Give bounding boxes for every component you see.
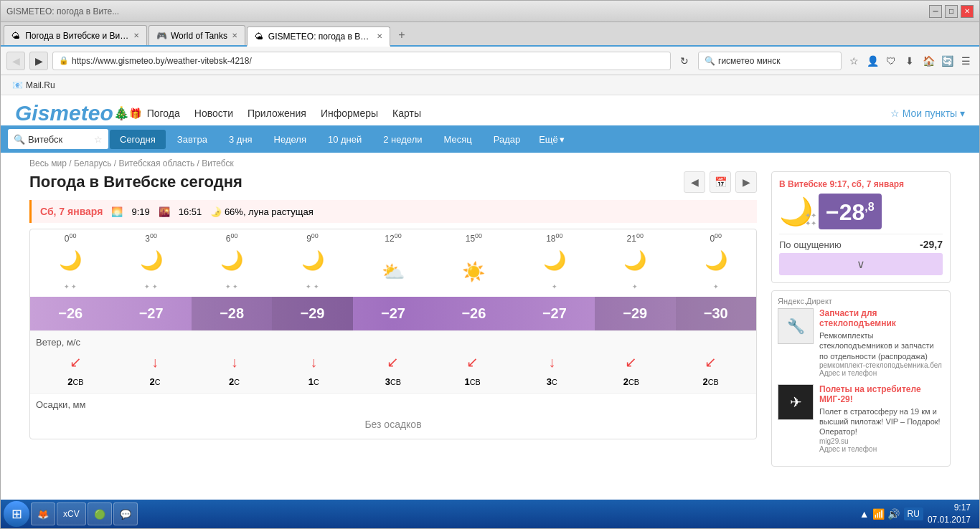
minimize-button[interactable]: ─ <box>929 5 942 18</box>
address-bar: ◀ ▶ 🔒 https://www.gismeteo.by/weather-vi… <box>1 47 979 75</box>
nav-tab-tomorrow[interactable]: Завтра <box>167 130 217 149</box>
main-scroll[interactable]: Весь мир / Беларусь / Витебская область … <box>1 153 979 500</box>
wind-0b: 2СВ <box>671 373 750 390</box>
time-21: 2100 <box>595 229 675 247</box>
nav-tab-3days[interactable]: 3 дня <box>219 130 263 149</box>
wind-arrow-15: ↙ <box>433 351 512 373</box>
breadcrumb-country[interactable]: Беларусь <box>74 158 111 168</box>
temp-15: −26 <box>433 297 514 330</box>
temp-0b: −30 <box>676 297 757 330</box>
nav-informers[interactable]: Информеры <box>321 108 378 119</box>
nav-more-button[interactable]: Ещё ▾ <box>532 130 572 149</box>
main-layout: Погода в Витебске сегодня ◀ 📅 ▶ Сб, 7 ян… <box>15 171 965 467</box>
page-content: Gismeteo 🎄 🎁 Погода Новости Приложения И… <box>1 95 979 500</box>
calendar-button[interactable]: 📅 <box>710 171 731 193</box>
star-city-icon[interactable]: ☆ <box>94 134 103 145</box>
lock-icon: 🔒 <box>59 56 69 65</box>
ad-item-2[interactable]: ✈ Полеты на истребителе МИГ-29! Полет в … <box>778 384 944 453</box>
tray-up-arrow[interactable]: ▲ <box>859 508 870 520</box>
tab-1[interactable]: 🌤 Погода в Витебске и Вите... ✕ <box>4 25 147 45</box>
url-bar[interactable]: 🔒 https://www.gismeteo.by/weather-vitebs… <box>52 52 671 70</box>
home-icon[interactable]: 🏠 <box>920 53 936 69</box>
locale-indicator[interactable]: RU <box>904 507 923 520</box>
nav-tab-2weeks[interactable]: 2 недели <box>373 130 432 149</box>
city-search-input[interactable]: 🔍 Витебск ☆ <box>8 129 108 149</box>
close-button[interactable]: ✕ <box>961 5 974 18</box>
bookmark-mailru[interactable]: 📧 Mail.Ru <box>6 79 61 92</box>
forward-button[interactable]: ▶ <box>29 52 48 70</box>
window-controls: ─ □ ✕ <box>929 5 974 18</box>
widget-temperature: −28,8 <box>819 194 882 229</box>
my-points-button[interactable]: ☆ Мои пункты ▾ <box>890 108 965 119</box>
mailru-icon: 📧 <box>12 80 23 90</box>
nav-more-label: Ещё <box>539 134 558 145</box>
window-title: GISMETEO: погода в Вите... <box>6 6 119 16</box>
temp-6: −28 <box>192 297 272 330</box>
maximize-button[interactable]: □ <box>945 5 958 18</box>
ad-1-title[interactable]: Запчасти для стеклоподъемник <box>819 308 944 328</box>
wind-9: 1С <box>274 373 354 390</box>
content-left: Погода в Витебске сегодня ◀ 📅 ▶ Сб, 7 ян… <box>29 171 771 467</box>
nav-tab-month[interactable]: Месяц <box>433 130 481 149</box>
tab-3[interactable]: 🌤 GISMETEO: погода в Вите... ✕ <box>247 27 390 47</box>
nav-maps[interactable]: Карты <box>392 108 421 119</box>
nav-tab-10days[interactable]: 10 дней <box>318 130 372 149</box>
tab-1-close[interactable]: ✕ <box>133 32 139 39</box>
site-nav: Погода Новости Приложения Информеры Карт… <box>147 108 421 119</box>
system-clock[interactable]: 9:17 07.01.2017 <box>928 502 971 526</box>
refresh-button[interactable]: ↻ <box>675 52 694 70</box>
nav-tab-radar[interactable]: Радар <box>484 130 531 149</box>
ad-1-contact[interactable]: Адрес и телефон <box>819 369 944 377</box>
wind-section-label: Ветер, м/с <box>36 334 750 351</box>
menu-icon[interactable]: ☰ <box>958 53 974 69</box>
system-tray: ▲ 📶 🔊 RU 9:17 07.01.2017 <box>854 502 976 526</box>
taskbar-app-firefox[interactable]: 🦊 <box>31 502 55 525</box>
wind-arrow-18: ↓ <box>512 351 592 373</box>
sync-icon[interactable]: 🔄 <box>939 53 955 69</box>
temp-3: −27 <box>110 297 191 330</box>
tab-3-close[interactable]: ✕ <box>377 32 382 40</box>
time-12: 1200 <box>353 229 433 247</box>
widget-expand-button[interactable]: ∨ <box>779 253 943 275</box>
city-search-text: Витебск <box>28 134 62 145</box>
search-box[interactable]: 🔍 гисметео минск <box>698 52 842 70</box>
next-day-button[interactable]: ▶ <box>735 171 757 193</box>
sunset-time: 16:51 <box>179 206 202 217</box>
wind-arrow-6: ↓ <box>194 351 274 373</box>
site-logo[interactable]: Gismeteo 🎄 🎁 <box>15 101 141 125</box>
shield-icon[interactable]: 🛡 <box>883 53 899 69</box>
clock-time: 9:17 <box>928 502 971 514</box>
wind-section: Ветер, м/с ↙ ↓ ↓ ↓ ↙ ↙ ↓ <box>30 330 756 393</box>
breadcrumb-city: Витебск <box>202 158 234 168</box>
tray-network-icon[interactable]: 📶 <box>872 508 885 520</box>
back-button[interactable]: ◀ <box>6 52 25 70</box>
breadcrumb-world[interactable]: Весь мир <box>29 158 67 168</box>
mailru-label: Mail.Ru <box>26 80 55 90</box>
icon-18: 🌙✦ <box>514 247 595 297</box>
user-icon[interactable]: 👤 <box>864 53 880 69</box>
temp-21: −29 <box>595 297 675 330</box>
breadcrumb-region[interactable]: Витебская область <box>118 158 194 168</box>
tab-2[interactable]: 🎮 World of Tanks ✕ <box>149 25 245 45</box>
ad-item-1[interactable]: 🔧 Запчасти для стеклоподъемник Ремкомпле… <box>778 308 944 377</box>
nav-weather[interactable]: Погода <box>147 108 180 119</box>
tray-sound-icon[interactable]: 🔊 <box>887 508 900 520</box>
star-icon[interactable]: ☆ <box>846 53 862 69</box>
widget-temp-main: −28 <box>826 199 864 225</box>
taskbar-app-skype[interactable]: 💬 <box>113 502 138 525</box>
skype-icon: 💬 <box>120 509 131 520</box>
new-tab-button[interactable]: + <box>392 25 412 45</box>
icon-0: 🌙✦ ✦ <box>30 247 110 297</box>
ad-2-title[interactable]: Полеты на истребителе МИГ-29! <box>819 384 944 404</box>
download-icon[interactable]: ⬇ <box>902 53 918 69</box>
taskbar-app-xcv[interactable]: xCV <box>57 502 86 525</box>
taskbar-app-chrome[interactable]: 🟢 <box>88 502 112 525</box>
nav-apps[interactable]: Приложения <box>248 108 306 119</box>
tab-2-close[interactable]: ✕ <box>232 32 237 39</box>
nav-news[interactable]: Новости <box>194 108 233 119</box>
start-button[interactable]: ⊞ <box>4 501 29 527</box>
prev-day-button[interactable]: ◀ <box>684 171 705 193</box>
ad-2-contact[interactable]: Адрес и телефон <box>819 445 944 453</box>
nav-tab-week[interactable]: Неделя <box>264 130 316 149</box>
nav-tab-today[interactable]: Сегодня <box>110 130 166 149</box>
